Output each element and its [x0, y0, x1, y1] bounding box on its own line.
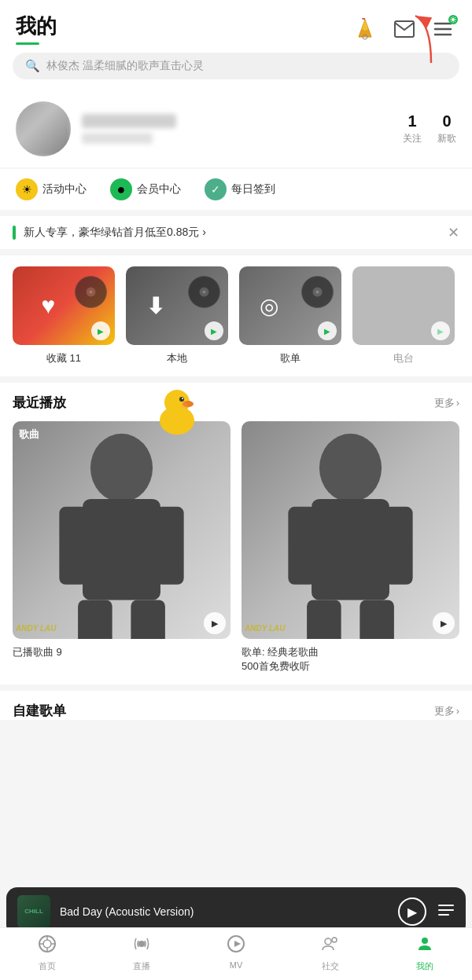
svg-point-41 [138, 941, 145, 947]
svg-rect-28 [288, 507, 316, 585]
category-collect[interactable]: ♥ ▶ 收藏 11 [13, 266, 115, 365]
home-label: 首页 [39, 960, 56, 972]
recent-play-button-1[interactable]: ▶ [433, 612, 455, 634]
following-label: 关注 [403, 132, 422, 145]
settings-badge [448, 15, 458, 24]
vip-label: 会员中心 [137, 182, 181, 196]
profile-info [82, 114, 392, 144]
mail-icon[interactable] [392, 17, 417, 42]
local-thumb: ⬇ ▶ [126, 266, 228, 345]
recent-title: 最近播放 [13, 394, 66, 412]
svg-marker-43 [234, 941, 241, 947]
playlists-header: 自建歌单 更多 › [13, 702, 459, 720]
user-name-blurred [82, 114, 176, 128]
category-radio[interactable]: ▶ 电台 [352, 266, 455, 365]
recent-item-0[interactable]: 歌曲 ANDY LAU ▶ 已播歌曲 9 [13, 421, 230, 674]
svg-rect-21 [83, 499, 160, 600]
recent-desc-0: 已播歌曲 9 [13, 645, 230, 659]
quick-link-checkin[interactable]: ✓ 每日签到 [205, 178, 275, 200]
svg-rect-27 [312, 499, 389, 600]
svg-rect-22 [59, 507, 87, 585]
local-label: 本地 [167, 351, 187, 365]
recent-thumb-0: 歌曲 ANDY LAU ▶ [13, 421, 230, 639]
playlists-more-button[interactable]: 更多 › [434, 704, 459, 718]
social-label: 社交 [322, 960, 339, 972]
self-playlists-section: 自建歌单 更多 › [0, 691, 472, 720]
svg-point-36 [43, 940, 51, 948]
party-hat-icon[interactable] [352, 17, 378, 42]
category-local[interactable]: ⬇ ▶ 本地 [126, 266, 228, 365]
playlist-thumb: ◎ ▶ [239, 266, 341, 345]
radio-play-button[interactable]: ▶ [431, 321, 450, 340]
svg-point-46 [422, 938, 428, 944]
search-icon: 🔍 [25, 59, 40, 73]
quick-link-vip[interactable]: ● 会员中心 [110, 178, 181, 200]
header: 我的 [0, 0, 472, 45]
settings-icon[interactable] [431, 17, 456, 42]
search-bar[interactable]: 🔍 林俊杰 温柔细腻的歌声直击心灵 [13, 53, 459, 79]
checkin-label: 每日签到 [231, 182, 275, 196]
player-queue-button[interactable] [437, 901, 455, 923]
svg-point-20 [90, 434, 153, 502]
nav-live[interactable]: 直播 [124, 933, 159, 974]
recent-more-button[interactable]: 更多 › [434, 396, 459, 410]
collect-play-button[interactable]: ▶ [91, 321, 110, 340]
recent-song-label-0: 歌曲 [19, 428, 39, 442]
recent-section: 最近播放 更多 › 歌曲 [0, 383, 472, 685]
player-song-name: Bad Day (Acoustic Version) [60, 905, 389, 918]
svg-point-19 [316, 291, 319, 294]
nav-home[interactable]: 首页 [30, 933, 65, 974]
nav-social[interactable]: 社交 [313, 933, 348, 974]
vip-icon: ● [110, 178, 132, 200]
title-underline [16, 42, 39, 45]
bottom-nav: 首页 直播 MV 社交 我的 [0, 927, 472, 980]
promo-text: 新人专享，豪华绿钻首月低至0.88元 › [24, 226, 440, 240]
checkin-icon: ✓ [205, 178, 227, 200]
collect-thumb: ♥ ▶ [13, 266, 115, 345]
playlist-play-button[interactable]: ▶ [318, 321, 337, 340]
svg-point-26 [319, 434, 382, 502]
playlist-label: 歌单 [280, 351, 301, 365]
radio-thumb: ▶ [352, 266, 455, 345]
svg-rect-30 [307, 600, 341, 639]
svg-point-45 [332, 938, 337, 942]
recent-watermark-1: ANDY LAU [245, 624, 285, 633]
music-categories: ♥ ▶ 收藏 11 ⬇ ▶ 本地 ◎ ▶ 歌单 ▶ [0, 255, 472, 376]
page-title: 我的 [16, 13, 57, 40]
activity-label: 活动中心 [42, 182, 87, 196]
following-stat[interactable]: 1 关注 [403, 112, 422, 145]
user-avatar[interactable] [16, 101, 71, 156]
mine-icon [415, 934, 434, 958]
player-controls: ▶ [398, 897, 455, 926]
activity-icon: ☀ [16, 178, 38, 200]
promo-banner: 新人专享，豪华绿钻首月低至0.88元 › ✕ [0, 216, 472, 249]
recent-item-1[interactable]: ANDY LAU ▶ 歌单: 经典老歌曲500首免费收听 [242, 421, 459, 674]
svg-point-9 [452, 18, 455, 21]
svg-rect-24 [78, 600, 112, 639]
header-title-wrap: 我的 [16, 13, 57, 45]
promo-close-button[interactable]: ✕ [448, 224, 459, 241]
recent-play-button-0[interactable]: ▶ [204, 612, 226, 634]
nav-mine[interactable]: 我的 [407, 933, 442, 974]
recent-thumb-1: ANDY LAU ▶ [242, 421, 459, 639]
category-playlist[interactable]: ◎ ▶ 歌单 [239, 266, 341, 365]
live-label: 直播 [133, 960, 150, 972]
live-icon [132, 934, 151, 958]
svg-point-44 [325, 938, 331, 945]
recent-header: 最近播放 更多 › [13, 394, 459, 412]
quick-links: ☀ 活动中心 ● 会员中心 ✓ 每日签到 [0, 169, 472, 210]
player-album-art: CHILL [17, 895, 50, 928]
search-placeholder-text: 林俊杰 温柔细腻的歌声直击心灵 [46, 59, 204, 73]
quick-link-activity[interactable]: ☀ 活动中心 [16, 178, 87, 200]
recent-desc-1: 歌单: 经典老歌曲500首免费收听 [242, 645, 459, 674]
header-icons [352, 17, 456, 42]
local-play-button[interactable]: ▶ [205, 321, 223, 340]
promo-stripe [13, 226, 16, 240]
svg-rect-29 [385, 507, 413, 585]
recent-thumb-inner-0 [13, 421, 230, 639]
new-songs-stat[interactable]: 0 新歌 [437, 112, 456, 145]
nav-mv[interactable]: MV [219, 933, 253, 974]
following-count: 1 [407, 112, 416, 130]
player-play-button[interactable]: ▶ [398, 897, 426, 926]
svg-point-16 [203, 291, 206, 294]
